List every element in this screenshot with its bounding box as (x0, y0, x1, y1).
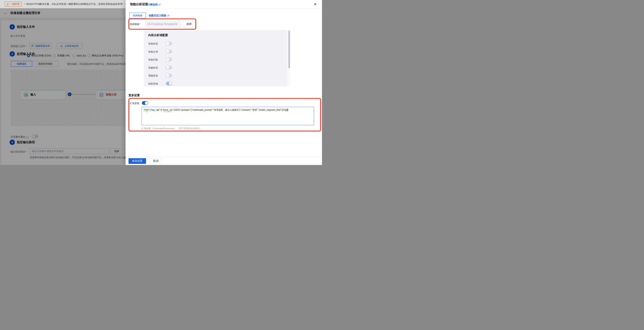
back-arrow-icon[interactable]: ← (4, 11, 7, 15)
external-link-icon (167, 15, 170, 17)
upload-local-file-label: 上传本地文件 (64, 44, 79, 48)
choose-existing-file-label: 选择现有文件 (35, 44, 50, 48)
template-value-input[interactable]: 26-Presetting-Template26 (145, 21, 181, 27)
cancel-button[interactable]: 取消 (150, 158, 162, 164)
input-source-label: 输入文件来源 (10, 34, 25, 38)
radio-label: AWS S3 (76, 54, 86, 57)
config-item-toggle[interactable] (166, 74, 172, 77)
template-field-label: 选择模板* (130, 23, 141, 26)
node-input-strip (21, 89, 65, 91)
save-settings-button[interactable]: 保存设置 (128, 158, 146, 164)
step3-number: 3 (10, 140, 15, 145)
output-path-select-button[interactable]: 选择 (110, 148, 123, 154)
orchestration-canvas[interactable]: 输入 + 智能分析 (10, 70, 126, 126)
required-star: * (140, 23, 141, 26)
promo-text: 一站式HTTPS解决方案，SSL证书支持一键部署到12种腾讯云产品，支持托管和自… (24, 3, 122, 6)
panel-header: 智能分析设置 计费说明 ✕ (126, 0, 322, 9)
external-link-icon (158, 4, 160, 6)
more-settings-title: 更多设置 (128, 94, 140, 97)
config-item-label: 智能分类 (148, 50, 158, 54)
json-token: ":{"top_clip":5," (148, 109, 163, 111)
node-output-port[interactable] (65, 93, 67, 95)
output-path-note: 若需要单独指定某功能节点的输出路径，可以在第2步单击该功能节点，在更多设置-自定… (30, 156, 126, 159)
config-box-title: 内容分析项配置 (148, 34, 168, 37)
config-item-label: 按帧标签 (148, 66, 158, 70)
event-notify-label: 开启事件通知i (10, 135, 29, 139)
node-connector-line (71, 94, 98, 95)
config-item-label: 精彩剪辑 (148, 82, 158, 86)
page-header: ← 快速创建点播处理任务 (0, 8, 126, 18)
node-analysis-label: 智能分析 (106, 93, 117, 96)
config-item-label: 智能标签 (148, 42, 158, 46)
extended-parameter-textarea[interactable]: {"hht":{"top_clip":5,"force_cls":10020,"… (142, 107, 314, 125)
json-token-misspelled: force_cls (163, 109, 172, 111)
required-star: * (26, 150, 27, 153)
intelligent-analysis-panel: 智能分析设置 计费说明 ✕ 选择模板 创建自定义模板 选择模板* 26-Pres… (126, 0, 322, 165)
step2-number: 2 (10, 51, 15, 57)
upload-icon (60, 45, 63, 47)
info-icon[interactable]: i (26, 136, 29, 139)
page-title: 快速创建点播处理任务 (10, 11, 40, 15)
event-notify-toggle[interactable] (32, 134, 38, 138)
task-form-card: 1 指定输入文件 输入文件来源 腾讯云存储 (COS) 音视频 URL AWS … (2, 20, 126, 165)
panel-footer: 保存设置 取消 (126, 156, 322, 165)
radio-label: 音视频 URL (57, 54, 70, 57)
output-path-input[interactable]: 请从云存储中选择文件夹路径 (30, 148, 109, 154)
node-intelligent-analysis[interactable]: 智能分析 (96, 89, 126, 99)
config-item-toggle[interactable] (166, 42, 172, 45)
choose-existing-file-button[interactable]: 选择现有文件 (30, 43, 51, 49)
config-scrollbar-track[interactable] (288, 30, 290, 86)
template-select-button[interactable]: 选择 (183, 21, 195, 27)
promo-banner: 一键部署 一站式HTTPS解决方案，SSL证书支持一键部署到12种腾讯云产品，支… (0, 0, 126, 8)
json-token: ":10020,"prompts":{"multimodal_prompt":"… (172, 109, 288, 111)
config-item-label: 智能封面 (148, 58, 158, 61)
scan-frame-icon (99, 92, 104, 97)
config-item-toggle[interactable] (166, 50, 172, 53)
step3-title: 指定输出路径 (17, 140, 35, 144)
promo-badge: 一键部署 (5, 2, 22, 7)
extended-parameter-toggle[interactable] (142, 101, 148, 105)
orchestration-desc: 通过编排，可以组合MPS功能节点，形成自动处理流程 (67, 62, 126, 66)
panel-title: 智能分析设置 (130, 3, 148, 7)
radio-label: 腾讯云点播专业版 (VOD Pro) (92, 54, 123, 57)
thumbs-up-icon (6, 3, 9, 6)
config-item-label: 视频拆条 (148, 74, 158, 77)
extended-parameter-label: 扩展参数 (130, 102, 140, 105)
background-page: 一键部署 一站式HTTPS解决方案，SSL证书支持一键部署到12种腾讯云产品，支… (0, 0, 126, 165)
radio-icon[interactable] (53, 54, 56, 57)
cloud-download-icon (31, 45, 34, 47)
text-cursor (288, 109, 288, 111)
tab-select-template[interactable]: 选择模板 (129, 13, 146, 19)
tab-create-custom-template[interactable]: 创建自定义模板 (148, 14, 170, 17)
step1-title: 指定输入文件 (17, 25, 35, 29)
extended-parameter-help: 扩展参数（ExtendedParameter），用于实现特定的能力。 (142, 127, 202, 130)
billing-doc-link[interactable]: 计费说明 (148, 3, 160, 7)
input-source-option[interactable]: AWS S3 (72, 54, 86, 58)
node-input-label: 输入 (30, 93, 36, 96)
input-source-option[interactable]: 音视频 URL (53, 54, 70, 58)
template-value: 26-Presetting-Template26 (147, 23, 177, 26)
content-analysis-config-box: 内容分析项配置 智能标签 智能分类 智能封面 按帧标签 视频拆条 精彩剪辑 (144, 30, 287, 86)
input-source-option[interactable]: 腾讯云点播专业版 (VOD Pro) (88, 54, 123, 58)
step2-title: 处理输入文件 (17, 52, 35, 56)
add-node-button[interactable]: + (68, 92, 72, 96)
tab-create-orchestration[interactable]: 创建编排 (11, 61, 32, 67)
tab-existing-orchestration[interactable]: 选择现有编排 (32, 61, 58, 67)
config-scrollbar-thumb[interactable] (288, 31, 290, 68)
required-star: * (26, 45, 27, 48)
upload-local-file-button[interactable]: 上传本地文件 (57, 43, 82, 49)
config-item-toggle[interactable] (166, 58, 172, 61)
step1-number: 1 (10, 24, 15, 30)
node-input[interactable]: 输入 (21, 89, 65, 99)
output-path-placeholder: 请从云存储中选择文件夹路径 (32, 149, 64, 153)
close-icon[interactable]: ✕ (313, 2, 317, 7)
config-item-toggle[interactable] (166, 82, 172, 85)
output-path-label: 输出保存路径* (10, 150, 27, 153)
node-analysis-strip (96, 89, 126, 91)
config-item-toggle[interactable] (166, 66, 172, 69)
select-input-file-label: 选择输入文件* (10, 45, 27, 48)
folder-plus-icon (24, 92, 28, 97)
radio-icon[interactable] (72, 54, 75, 57)
radio-icon[interactable] (88, 54, 90, 57)
json-token-misspelled: hht (145, 109, 148, 111)
